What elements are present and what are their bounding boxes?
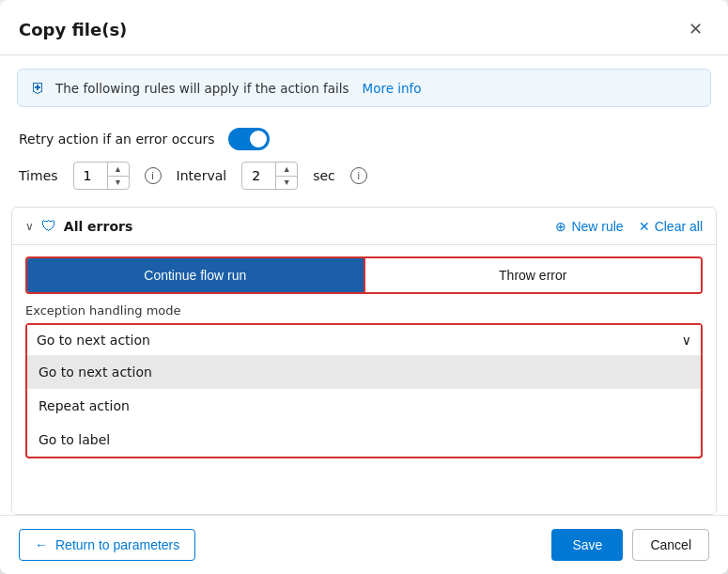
interval-value: 2: [242, 163, 276, 189]
collapse-icon[interactable]: ∨: [25, 220, 34, 233]
dropdown-option-go-to-next[interactable]: Go to next action: [27, 355, 701, 389]
times-info-icon[interactable]: i: [145, 167, 162, 184]
info-banner: ⛨ The following rules will apply if the …: [17, 69, 711, 107]
exception-mode-label: Exception handling mode: [12, 303, 716, 323]
all-errors-label: All errors: [64, 219, 132, 234]
all-errors-right: ⊕ New rule ✕ Clear all: [555, 219, 703, 234]
clear-all-label: Clear all: [655, 219, 703, 234]
dropdown-selected[interactable]: Go to next action ∨: [27, 325, 701, 355]
copy-files-dialog: Copy file(s) ✕ ⛨ The following rules wil…: [0, 0, 728, 574]
retry-toggle[interactable]: [228, 128, 270, 150]
new-rule-icon: ⊕: [555, 219, 566, 234]
return-arrow-icon: ←: [35, 537, 48, 552]
interval-spinner[interactable]: 2 ▲ ▼: [241, 162, 298, 190]
exception-mode-dropdown[interactable]: Go to next action ∨ Go to next action Re…: [25, 323, 703, 357]
times-arrows: ▲ ▼: [108, 163, 129, 189]
more-info-link[interactable]: More info: [363, 81, 422, 96]
retry-row: Retry action if an error occurs: [0, 116, 728, 158]
retry-label: Retry action if an error occurs: [19, 132, 215, 147]
footer-right-buttons: Save Cancel: [551, 529, 709, 561]
dropdown-list: Go to next action Repeat action Go to la…: [25, 355, 703, 458]
dropdown-chevron-icon: ∨: [682, 333, 691, 348]
dialog-header: Copy file(s) ✕: [0, 0, 728, 55]
shield-icon: ⛨: [31, 79, 46, 97]
toggle-thumb: [250, 131, 267, 147]
close-button[interactable]: ✕: [681, 15, 709, 43]
save-button[interactable]: Save: [551, 529, 623, 561]
clear-all-icon: ✕: [639, 219, 650, 234]
times-spinner[interactable]: 1 ▲ ▼: [73, 162, 130, 190]
return-label: Return to parameters: [55, 537, 179, 552]
all-errors-shield-icon: 🛡: [41, 217, 56, 235]
interval-down-arrow[interactable]: ▼: [276, 177, 297, 190]
cancel-button[interactable]: Cancel: [632, 529, 709, 561]
dropdown-option-go-to-label[interactable]: Go to label: [27, 423, 701, 457]
interval-up-arrow[interactable]: ▲: [276, 163, 297, 177]
times-up-arrow[interactable]: ▲: [108, 163, 129, 177]
new-rule-button[interactable]: ⊕ New rule: [555, 219, 623, 234]
dialog-footer: ← Return to parameters Save Cancel: [0, 515, 728, 574]
all-errors-left: ∨ 🛡 All errors: [25, 217, 132, 235]
return-to-parameters-button[interactable]: ← Return to parameters: [19, 529, 195, 561]
times-value: 1: [74, 163, 108, 189]
interval-label: Interval: [177, 168, 227, 183]
tab-row: Continue flow run Throw error: [25, 256, 703, 294]
all-errors-header: ∨ 🛡 All errors ⊕ New rule ✕ Clear all: [12, 208, 716, 245]
info-banner-text: The following rules will apply if the ac…: [55, 81, 349, 96]
interval-info-icon[interactable]: i: [350, 167, 367, 184]
throw-error-tab[interactable]: Throw error: [364, 258, 702, 292]
dropdown-selected-value: Go to next action: [37, 333, 150, 348]
all-errors-section: ∨ 🛡 All errors ⊕ New rule ✕ Clear all ›: [11, 207, 717, 515]
times-interval-row: Times 1 ▲ ▼ i Interval 2 ▲ ▼ sec i: [0, 158, 728, 203]
interval-arrows: ▲ ▼: [276, 163, 297, 189]
times-down-arrow[interactable]: ▼: [108, 177, 129, 190]
dropdown-option-repeat[interactable]: Repeat action: [27, 389, 701, 423]
clear-all-button[interactable]: ✕ Clear all: [639, 219, 703, 234]
section-content: › Continue flow run Throw error Exceptio…: [12, 256, 716, 357]
continue-flow-tab[interactable]: Continue flow run: [27, 258, 364, 292]
times-label: Times: [19, 168, 58, 183]
dialog-title: Copy file(s): [19, 20, 127, 39]
sec-label: sec: [313, 168, 335, 183]
new-rule-label: New rule: [571, 219, 623, 234]
